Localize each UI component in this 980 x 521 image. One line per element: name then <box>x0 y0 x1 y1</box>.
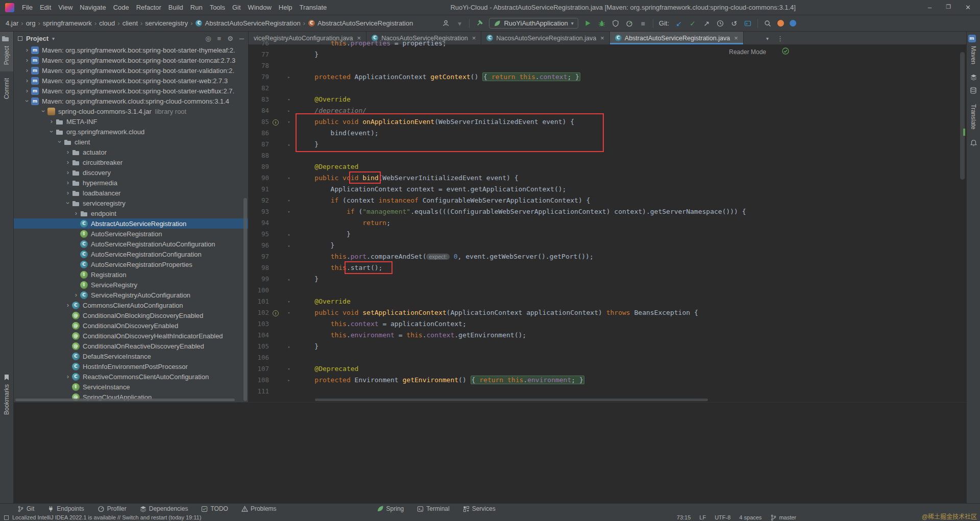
breadcrumb-item[interactable]: serviceregistry <box>143 19 189 27</box>
menu-run[interactable]: Run <box>187 4 206 11</box>
fold-marker[interactable]: ▾ <box>282 116 296 128</box>
menu-edit[interactable]: Edit <box>36 4 55 11</box>
menu-help[interactable]: Help <box>275 4 296 11</box>
tree-row[interactable]: @ConditionalOnReactiveDiscoveryEnabled <box>14 341 248 351</box>
chevron-collapsed-icon[interactable]: › <box>23 56 31 64</box>
gear-icon[interactable]: ⚙ <box>227 35 233 42</box>
indent-setting[interactable]: 4 spaces <box>739 514 762 520</box>
hammer-button[interactable] <box>475 19 483 27</box>
tool-button-structure[interactable] <box>970 71 977 84</box>
bug-button[interactable] <box>598 20 606 27</box>
editor-vertical-scrollbar[interactable] <box>960 52 965 180</box>
code-area[interactable]: 76 this.properties = properties;77 }7879… <box>249 38 958 397</box>
chevron-collapsed-icon[interactable]: › <box>64 301 72 309</box>
fold-marker[interactable]: ▸ <box>282 71 296 83</box>
tree-row[interactable]: @ConditionalOnBlockingDiscoveryEnabled <box>14 310 248 320</box>
tool-window-button-todo[interactable]: TODO <box>201 505 228 512</box>
chevron-collapsed-icon[interactable]: › <box>64 158 72 166</box>
tree-row[interactable]: ›hypermedia <box>14 178 248 188</box>
minimize-button[interactable]: – <box>928 4 932 11</box>
fold-marker[interactable]: ▾ <box>282 363 296 375</box>
tree-row[interactable]: @ConditionalOnDiscoveryEnabled <box>14 320 248 331</box>
tree-row[interactable]: ›circuitbreaker <box>14 157 248 167</box>
console-button[interactable] <box>744 20 752 27</box>
menu-git[interactable]: Git <box>229 4 244 11</box>
chevron-collapsed-icon[interactable]: › <box>23 46 31 54</box>
chevron-collapsed-icon[interactable]: › <box>23 87 31 95</box>
chevron-collapsed-icon[interactable]: › <box>64 168 72 177</box>
chevron-collapsed-icon[interactable]: › <box>64 179 72 187</box>
tree-row[interactable]: IAutoServiceRegistration <box>14 229 248 239</box>
fold-marker[interactable]: ▸ <box>282 105 296 116</box>
menu-navigate[interactable]: Navigate <box>76 4 109 11</box>
tool-button-bookmarks[interactable]: Bookmarks <box>3 371 10 421</box>
menu-code[interactable]: Code <box>110 4 133 11</box>
history-button[interactable] <box>716 20 724 27</box>
locate-icon[interactable]: ◎ <box>205 35 211 42</box>
learn-badge-icon[interactable] <box>777 20 784 27</box>
menu-build[interactable]: Build <box>165 4 187 11</box>
tree-row[interactable]: ›spring-cloud-commons-3.1.4.jarlibrary r… <box>14 106 248 116</box>
fold-marker[interactable]: ▴ <box>282 274 296 285</box>
minus-icon[interactable]: ─ <box>239 35 244 42</box>
breadcrumb-item[interactable]: client <box>121 19 139 27</box>
tree-row[interactable]: CAutoServiceRegistrationProperties <box>14 259 248 269</box>
menu-window[interactable]: Window <box>244 4 275 11</box>
coverage-button[interactable] <box>611 20 620 27</box>
tool-window-button-dependencies[interactable]: Dependencies <box>140 505 188 512</box>
tree-row[interactable]: ›serviceregistry <box>14 198 248 208</box>
chevron-expanded-icon[interactable]: › <box>47 128 56 136</box>
maximize-button[interactable]: ❐ <box>946 4 951 11</box>
file-encoding[interactable]: UTF-8 <box>715 514 730 520</box>
tool-window-button-terminal[interactable]: Terminal <box>417 505 449 512</box>
tree-row[interactable]: ›mMaven: org.springframework.boot:spring… <box>14 76 248 86</box>
line-separator[interactable]: LF <box>699 514 706 520</box>
chevron-expanded-icon[interactable]: › <box>56 138 64 146</box>
git-commit-check-button[interactable]: ✓ <box>689 20 697 27</box>
project-view-dropdown-icon[interactable]: ▾ <box>52 36 55 41</box>
fold-marker[interactable]: ▴ <box>282 139 296 150</box>
tree-row[interactable]: IRegistration <box>14 269 248 280</box>
project-vertical-scrollbar[interactable] <box>243 198 247 401</box>
undo-button[interactable]: ↺ <box>730 20 738 27</box>
tool-button-project[interactable]: Project <box>0 32 13 71</box>
chevron-expanded-icon[interactable]: › <box>64 199 72 207</box>
chevron-collapsed-icon[interactable]: › <box>64 373 72 381</box>
tool-button-database[interactable] <box>970 84 977 97</box>
search-button[interactable] <box>764 20 772 27</box>
tree-row[interactable]: ›mMaven: org.springframework.boot:spring… <box>14 86 248 96</box>
tree-row[interactable]: ›actuator <box>14 147 248 157</box>
tree-row[interactable]: ›client <box>14 137 248 147</box>
breadcrumb-item[interactable]: cloud <box>97 19 116 27</box>
user-button[interactable] <box>442 19 450 27</box>
overriding-method-gutter-icon[interactable]: ↑ <box>273 119 279 126</box>
tree-row[interactable]: IServiceInstance <box>14 382 248 392</box>
status-message[interactable]: Localized IntelliJ IDEA 2022.1 is availa… <box>12 514 201 520</box>
fold-marker[interactable]: ▾ <box>282 307 296 318</box>
profile-badge-icon[interactable] <box>790 20 796 27</box>
fold-marker[interactable]: ▾ <box>282 94 296 105</box>
breadcrumb-item[interactable]: AbstractAutoServiceRegistration <box>316 19 414 27</box>
tree-row[interactable]: CDefaultServiceInstance <box>14 351 248 361</box>
chevron-expanded-icon[interactable]: › <box>23 97 31 105</box>
tree-row[interactable]: CAutoServiceRegistrationAutoConfiguratio… <box>14 239 248 249</box>
tree-row[interactable]: CHostInfoEnvironmentPostProcessor <box>14 361 248 371</box>
tool-window-button-problems[interactable]: Problems <box>241 505 277 512</box>
tool-window-button-spring[interactable]: Spring <box>377 505 404 512</box>
chevron-expanded-icon[interactable]: › <box>39 107 47 115</box>
run-configuration-selector[interactable]: RuoYiAuthApplication▾ <box>489 18 578 29</box>
tree-row[interactable]: ›CServiceRegistryAutoConfiguration <box>14 290 248 300</box>
tool-button-maven[interactable]: m Maven <box>968 32 979 71</box>
editor-horizontal-scrollbar[interactable] <box>315 399 708 401</box>
tree-row[interactable]: ›endpoint <box>14 208 248 218</box>
dropdown-arrow-button[interactable]: ▾ <box>455 20 463 27</box>
project-horizontal-scrollbar[interactable] <box>15 399 235 401</box>
fold-marker[interactable]: ▾ <box>282 195 296 206</box>
fold-marker[interactable]: ▾ <box>282 296 296 307</box>
folded-code-chip[interactable]: { return this.environment; } <box>471 376 584 384</box>
tool-button-commit[interactable]: Commit <box>3 71 10 106</box>
tree-row[interactable]: ›CCommonsClientAutoConfiguration <box>14 300 248 310</box>
overriding-method-gutter-icon[interactable]: ↑ <box>273 310 279 316</box>
tool-window-button-services[interactable]: Services <box>463 505 496 512</box>
project-panel-title[interactable]: Project <box>26 35 48 42</box>
